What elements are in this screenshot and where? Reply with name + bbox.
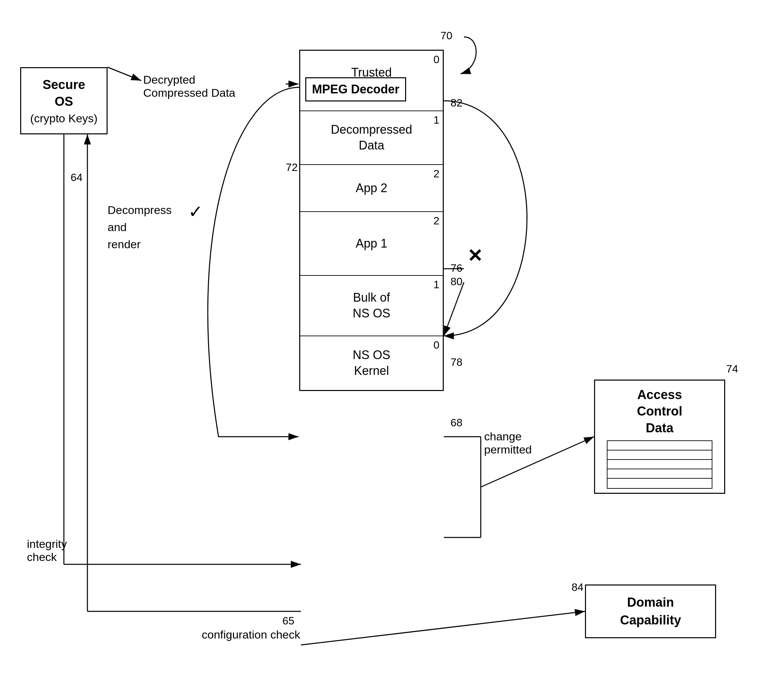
domain-capability-title: DomainCapability <box>620 593 681 629</box>
ref-82: 82 <box>451 97 463 109</box>
domain-capability-box: DomainCapability <box>585 585 716 638</box>
ref-64: 64 <box>71 171 83 184</box>
svg-line-13 <box>301 611 585 645</box>
change-permitted-label: changepermitted <box>484 430 532 456</box>
ref-76: 76 <box>451 262 463 274</box>
ref-70: 70 <box>440 30 453 42</box>
access-control-title: AccessControlData <box>637 387 682 436</box>
decompressed-data-number: 1 <box>433 114 440 126</box>
svg-line-8 <box>444 282 464 336</box>
ref-65: 65 <box>282 615 295 627</box>
decompressed-data-row: DecompressedData 1 <box>300 111 443 165</box>
access-control-box: AccessControlData <box>594 380 725 494</box>
bulk-ns-row: Bulk ofNS OS 1 <box>300 276 443 336</box>
app1-label: App 1 <box>352 230 390 258</box>
decompressed-data-label: DecompressedData <box>328 116 415 159</box>
decrypted-compressed-label: DecryptedCompressed Data <box>143 73 236 99</box>
integrity-check-label: integritycheck <box>27 537 67 564</box>
mpeg-decoder-box: MPEG Decoder <box>305 77 406 102</box>
bulk-ns-label: Bulk ofNS OS <box>349 284 394 327</box>
ref-68: 68 <box>451 417 463 429</box>
ref-74: 74 <box>726 363 738 375</box>
svg-line-14 <box>107 67 141 81</box>
trusted-region-number: 0 <box>433 53 440 66</box>
secure-os-title: SecureOS <box>43 77 86 110</box>
decompress-render-label: Decompressandrender <box>107 202 172 253</box>
app1-row: App 1 2 <box>300 212 443 276</box>
app2-number: 2 <box>433 168 440 180</box>
secure-os-box: SecureOS (crypto Keys) <box>20 67 107 135</box>
ns-kernel-number: 0 <box>433 339 440 352</box>
configuration-check-label: configuration check <box>202 628 300 641</box>
x-mark-icon: ✕ <box>467 245 483 266</box>
ref-84: 84 <box>572 581 584 593</box>
ref-78: 78 <box>451 356 463 368</box>
ns-kernel-row: NS OSKernel 0 <box>300 336 443 390</box>
app2-label: App 2 <box>352 174 390 202</box>
ref-80: 80 <box>451 276 463 288</box>
mpeg-decoder-label: MPEG Decoder <box>312 82 399 96</box>
ns-kernel-label: NS OSKernel <box>349 341 394 385</box>
bulk-ns-number: 1 <box>433 278 440 291</box>
app1-number: 2 <box>433 215 440 227</box>
access-control-lines <box>607 440 713 489</box>
ref-72: 72 <box>286 161 298 174</box>
checkmark-icon: ✓ <box>188 202 203 222</box>
app2-row: App 2 2 <box>300 165 443 212</box>
diagram-container: SecureOS (crypto Keys) TrustedRegion 0 D… <box>0 0 784 695</box>
secure-os-subtitle: (crypto Keys) <box>30 112 97 125</box>
